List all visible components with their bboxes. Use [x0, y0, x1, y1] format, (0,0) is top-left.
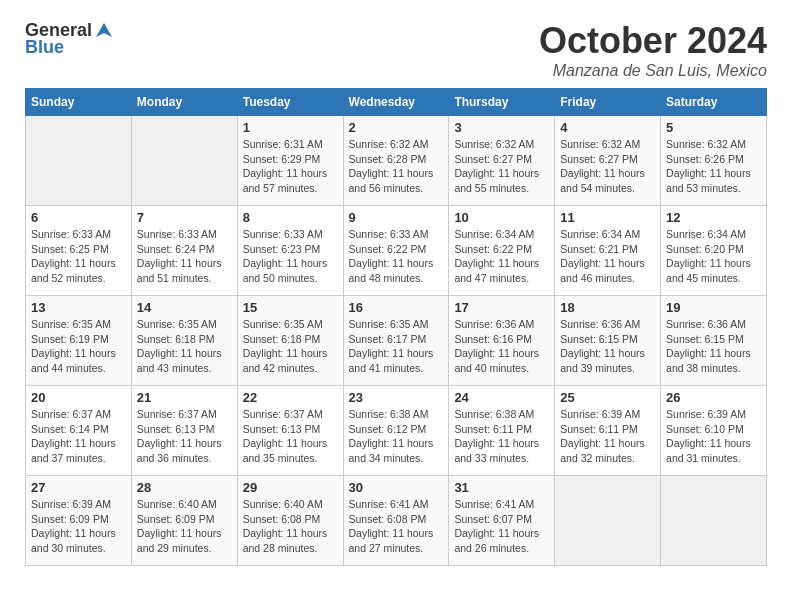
logo-bird-icon — [94, 21, 114, 41]
day-number: 18 — [560, 300, 655, 315]
day-number: 12 — [666, 210, 761, 225]
day-number: 15 — [243, 300, 338, 315]
day-info: Sunrise: 6:33 AMSunset: 6:24 PMDaylight:… — [137, 227, 232, 286]
week-row-5: 27Sunrise: 6:39 AMSunset: 6:09 PMDayligh… — [26, 476, 767, 566]
day-info: Sunrise: 6:38 AMSunset: 6:12 PMDaylight:… — [349, 407, 444, 466]
day-number: 7 — [137, 210, 232, 225]
day-info: Sunrise: 6:39 AMSunset: 6:11 PMDaylight:… — [560, 407, 655, 466]
day-number: 8 — [243, 210, 338, 225]
column-header-thursday: Thursday — [449, 89, 555, 116]
day-info: Sunrise: 6:36 AMSunset: 6:16 PMDaylight:… — [454, 317, 549, 376]
day-number: 11 — [560, 210, 655, 225]
day-cell: 31Sunrise: 6:41 AMSunset: 6:07 PMDayligh… — [449, 476, 555, 566]
month-title: October 2024 — [539, 20, 767, 62]
day-cell: 8Sunrise: 6:33 AMSunset: 6:23 PMDaylight… — [237, 206, 343, 296]
title-area: October 2024 Manzana de San Luis, Mexico — [539, 20, 767, 80]
day-info: Sunrise: 6:36 AMSunset: 6:15 PMDaylight:… — [666, 317, 761, 376]
day-info: Sunrise: 6:32 AMSunset: 6:26 PMDaylight:… — [666, 137, 761, 196]
day-cell: 18Sunrise: 6:36 AMSunset: 6:15 PMDayligh… — [555, 296, 661, 386]
day-cell: 10Sunrise: 6:34 AMSunset: 6:22 PMDayligh… — [449, 206, 555, 296]
day-number: 2 — [349, 120, 444, 135]
day-cell: 1Sunrise: 6:31 AMSunset: 6:29 PMDaylight… — [237, 116, 343, 206]
day-number: 10 — [454, 210, 549, 225]
day-cell: 30Sunrise: 6:41 AMSunset: 6:08 PMDayligh… — [343, 476, 449, 566]
calendar-body: 1Sunrise: 6:31 AMSunset: 6:29 PMDaylight… — [26, 116, 767, 566]
day-info: Sunrise: 6:33 AMSunset: 6:22 PMDaylight:… — [349, 227, 444, 286]
day-number: 1 — [243, 120, 338, 135]
day-number: 5 — [666, 120, 761, 135]
location-title: Manzana de San Luis, Mexico — [539, 62, 767, 80]
day-number: 31 — [454, 480, 549, 495]
day-cell — [661, 476, 767, 566]
logo-blue: Blue — [25, 37, 64, 58]
day-info: Sunrise: 6:38 AMSunset: 6:11 PMDaylight:… — [454, 407, 549, 466]
day-cell — [555, 476, 661, 566]
day-number: 24 — [454, 390, 549, 405]
day-number: 22 — [243, 390, 338, 405]
day-cell: 13Sunrise: 6:35 AMSunset: 6:19 PMDayligh… — [26, 296, 132, 386]
calendar-header-row: SundayMondayTuesdayWednesdayThursdayFrid… — [26, 89, 767, 116]
day-number: 13 — [31, 300, 126, 315]
day-number: 17 — [454, 300, 549, 315]
day-cell: 28Sunrise: 6:40 AMSunset: 6:09 PMDayligh… — [131, 476, 237, 566]
week-row-2: 6Sunrise: 6:33 AMSunset: 6:25 PMDaylight… — [26, 206, 767, 296]
day-cell: 3Sunrise: 6:32 AMSunset: 6:27 PMDaylight… — [449, 116, 555, 206]
day-number: 6 — [31, 210, 126, 225]
day-info: Sunrise: 6:34 AMSunset: 6:21 PMDaylight:… — [560, 227, 655, 286]
logo: General Blue — [25, 20, 114, 58]
day-cell: 29Sunrise: 6:40 AMSunset: 6:08 PMDayligh… — [237, 476, 343, 566]
day-info: Sunrise: 6:35 AMSunset: 6:17 PMDaylight:… — [349, 317, 444, 376]
day-info: Sunrise: 6:35 AMSunset: 6:19 PMDaylight:… — [31, 317, 126, 376]
day-cell: 11Sunrise: 6:34 AMSunset: 6:21 PMDayligh… — [555, 206, 661, 296]
day-cell: 7Sunrise: 6:33 AMSunset: 6:24 PMDaylight… — [131, 206, 237, 296]
day-info: Sunrise: 6:41 AMSunset: 6:08 PMDaylight:… — [349, 497, 444, 556]
day-number: 26 — [666, 390, 761, 405]
day-cell — [26, 116, 132, 206]
day-info: Sunrise: 6:31 AMSunset: 6:29 PMDaylight:… — [243, 137, 338, 196]
day-cell: 23Sunrise: 6:38 AMSunset: 6:12 PMDayligh… — [343, 386, 449, 476]
day-info: Sunrise: 6:37 AMSunset: 6:13 PMDaylight:… — [243, 407, 338, 466]
day-info: Sunrise: 6:34 AMSunset: 6:22 PMDaylight:… — [454, 227, 549, 286]
day-info: Sunrise: 6:40 AMSunset: 6:09 PMDaylight:… — [137, 497, 232, 556]
day-cell: 9Sunrise: 6:33 AMSunset: 6:22 PMDaylight… — [343, 206, 449, 296]
column-header-monday: Monday — [131, 89, 237, 116]
svg-marker-0 — [96, 23, 112, 37]
day-number: 21 — [137, 390, 232, 405]
day-number: 30 — [349, 480, 444, 495]
header: General Blue October 2024 Manzana de San… — [25, 20, 767, 80]
day-cell: 19Sunrise: 6:36 AMSunset: 6:15 PMDayligh… — [661, 296, 767, 386]
day-info: Sunrise: 6:34 AMSunset: 6:20 PMDaylight:… — [666, 227, 761, 286]
day-number: 28 — [137, 480, 232, 495]
day-info: Sunrise: 6:41 AMSunset: 6:07 PMDaylight:… — [454, 497, 549, 556]
day-cell — [131, 116, 237, 206]
day-cell: 27Sunrise: 6:39 AMSunset: 6:09 PMDayligh… — [26, 476, 132, 566]
day-number: 29 — [243, 480, 338, 495]
day-cell: 5Sunrise: 6:32 AMSunset: 6:26 PMDaylight… — [661, 116, 767, 206]
day-info: Sunrise: 6:39 AMSunset: 6:09 PMDaylight:… — [31, 497, 126, 556]
day-cell: 20Sunrise: 6:37 AMSunset: 6:14 PMDayligh… — [26, 386, 132, 476]
day-info: Sunrise: 6:32 AMSunset: 6:27 PMDaylight:… — [560, 137, 655, 196]
day-number: 20 — [31, 390, 126, 405]
day-info: Sunrise: 6:32 AMSunset: 6:27 PMDaylight:… — [454, 137, 549, 196]
day-cell: 24Sunrise: 6:38 AMSunset: 6:11 PMDayligh… — [449, 386, 555, 476]
day-cell: 25Sunrise: 6:39 AMSunset: 6:11 PMDayligh… — [555, 386, 661, 476]
day-info: Sunrise: 6:32 AMSunset: 6:28 PMDaylight:… — [349, 137, 444, 196]
column-header-friday: Friday — [555, 89, 661, 116]
day-cell: 15Sunrise: 6:35 AMSunset: 6:18 PMDayligh… — [237, 296, 343, 386]
week-row-1: 1Sunrise: 6:31 AMSunset: 6:29 PMDaylight… — [26, 116, 767, 206]
day-number: 4 — [560, 120, 655, 135]
column-header-wednesday: Wednesday — [343, 89, 449, 116]
column-header-saturday: Saturday — [661, 89, 767, 116]
column-header-sunday: Sunday — [26, 89, 132, 116]
day-info: Sunrise: 6:35 AMSunset: 6:18 PMDaylight:… — [243, 317, 338, 376]
day-info: Sunrise: 6:33 AMSunset: 6:25 PMDaylight:… — [31, 227, 126, 286]
day-number: 16 — [349, 300, 444, 315]
day-cell: 21Sunrise: 6:37 AMSunset: 6:13 PMDayligh… — [131, 386, 237, 476]
day-cell: 6Sunrise: 6:33 AMSunset: 6:25 PMDaylight… — [26, 206, 132, 296]
day-cell: 14Sunrise: 6:35 AMSunset: 6:18 PMDayligh… — [131, 296, 237, 386]
day-number: 23 — [349, 390, 444, 405]
day-info: Sunrise: 6:33 AMSunset: 6:23 PMDaylight:… — [243, 227, 338, 286]
day-cell: 2Sunrise: 6:32 AMSunset: 6:28 PMDaylight… — [343, 116, 449, 206]
day-cell: 4Sunrise: 6:32 AMSunset: 6:27 PMDaylight… — [555, 116, 661, 206]
column-header-tuesday: Tuesday — [237, 89, 343, 116]
